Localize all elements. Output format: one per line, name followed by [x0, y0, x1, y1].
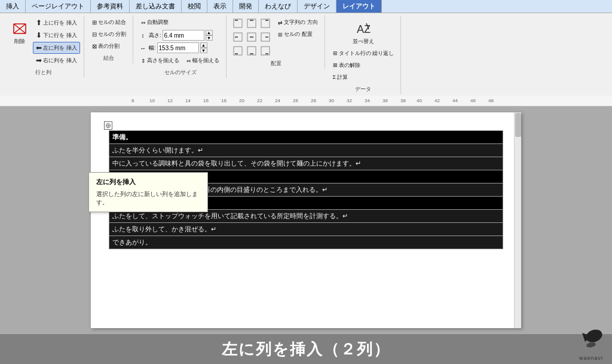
width-spinner[interactable]: ▲ ▼: [200, 42, 207, 53]
delete-button[interactable]: 削除: [7, 17, 32, 47]
scroll-thumb[interactable]: [515, 113, 521, 137]
insert-below-button[interactable]: ⬇ 下に行を 挿入: [33, 29, 80, 41]
logo-text: waenavi: [579, 355, 603, 361]
insert-left-label: 左に列を 挿入: [43, 44, 77, 52]
ruler-num-8: 8: [131, 98, 134, 103]
align-middle-center[interactable]: [245, 30, 258, 44]
split-table-icon: ⊠: [92, 43, 97, 50]
expand-rows-button[interactable]: ⇕ 高さを揃える: [138, 55, 182, 66]
group-cell-size: ⇔ 自動調整 ↕ 高さ: ▲ ▼ ↔ 幅:: [134, 16, 227, 78]
tab-design[interactable]: デザイン: [298, 0, 336, 13]
table-cell-1[interactable]: ふたを半分くらい開けます。↵: [109, 143, 503, 157]
ruler-num-30: 30: [329, 98, 334, 103]
document-page: ⊕ 準備。 ふたを半分くらい開けます。↵ 中に入っている調味料と具の袋を取り出し…: [91, 112, 521, 328]
status-bar: 左に列を挿入（２列） waenavi: [0, 334, 612, 364]
height-spin-down[interactable]: ▼: [206, 35, 213, 41]
width-spin-down[interactable]: ▼: [200, 48, 207, 53]
expand-cols-icon: ⇔: [186, 58, 191, 64]
ruler: 8 10 12 14 16 18 20 22 24 26 28 30 32 34…: [0, 96, 612, 106]
table-cell-7[interactable]: ふたを取り外して、かき混ぜる。↵: [109, 222, 503, 235]
tab-layout[interactable]: レイアウト: [336, 0, 382, 13]
text-direction-icon: ⇄: [278, 20, 283, 26]
status-text: 左に列を挿入（２列）: [222, 339, 390, 360]
tab-view[interactable]: 表示: [207, 0, 233, 13]
split-cells-button[interactable]: ⊟ セルの 分割: [89, 29, 130, 40]
table-row: できあがり。: [109, 235, 503, 249]
align-top-right[interactable]: [259, 17, 272, 30]
remove-table-button[interactable]: ⊠ 表の解除: [330, 60, 397, 71]
tab-developer[interactable]: 開発: [233, 0, 259, 13]
split-cells-label: セルの 分割: [98, 30, 127, 38]
cell-margins-button[interactable]: ⊞ セルの 配置: [275, 29, 321, 40]
tooltip-title: 左に列を挿入: [96, 178, 200, 186]
remove-table-icon: ⊠: [333, 62, 338, 68]
align-middle-right[interactable]: [259, 30, 272, 44]
width-input[interactable]: [157, 42, 199, 53]
tab-references[interactable]: 参考資料: [91, 0, 130, 13]
group-data-label: データ: [355, 83, 371, 93]
calculate-button[interactable]: Σ 計算: [330, 72, 397, 83]
align-bottom-right[interactable]: [259, 44, 272, 57]
group-merge-label: 結合: [103, 52, 114, 62]
calculate-icon: Σ: [333, 74, 336, 80]
remove-table-label: 表の解除: [339, 62, 360, 69]
ruler-num-22: 22: [257, 98, 262, 103]
ruler-num-40: 40: [417, 98, 422, 103]
cell-margins-label: セルの 配置: [284, 30, 313, 38]
height-spin-up[interactable]: ▲: [206, 30, 213, 35]
delete-label: 削除: [14, 38, 25, 45]
height-spinner[interactable]: ▲ ▼: [206, 30, 213, 41]
insert-left-icon: ⬅: [36, 44, 42, 52]
insert-left-button[interactable]: ⬅ 左に列を 挿入: [33, 42, 80, 54]
align-top-left[interactable]: [231, 17, 244, 30]
group-data: AZ 並べ替え ⊞ タイトル行の 繰り返し ⊠ 表の解除 Σ 計算: [326, 16, 402, 94]
tooltip-description: 選択した列の左に新しい列を追加します。: [96, 190, 200, 207]
table-cell-0[interactable]: 準備。: [109, 130, 503, 143]
table-row: 中に入っている調味料と具の袋を取り出して、その袋を開けて麺の上にかけます。↵: [109, 157, 503, 170]
group-rows-columns: 削除 ⬆ 上に行を 挿入 ⬇ 下に行を 挿入 ⬅ 左に列を 挿入: [4, 16, 84, 78]
text-direction-button[interactable]: ⇄ 文字列の 方向: [275, 17, 321, 28]
width-spin-up[interactable]: ▲: [200, 42, 207, 48]
tab-mailings[interactable]: 差し込み文書: [130, 0, 182, 13]
group-merge: ⊞ セルの 結合 ⊟ セルの 分割 ⊠ 表の分割 結合: [85, 16, 134, 63]
split-table-label: 表の分割: [98, 42, 120, 50]
align-bottom-center[interactable]: [245, 44, 258, 57]
align-middle-left[interactable]: [231, 30, 244, 44]
merge-cells-button[interactable]: ⊞ セルの 結合: [89, 17, 130, 28]
table-row: ふたを取り外して、かき混ぜる。↵: [109, 222, 503, 235]
align-bottom-left[interactable]: [231, 44, 244, 57]
tab-waenavi[interactable]: わえなび: [259, 0, 298, 13]
table-cell-8[interactable]: できあがり。: [109, 235, 503, 249]
insert-above-button[interactable]: ⬆ 上に行を 挿入: [33, 17, 80, 29]
app-window: 挿入 ページレイアウト 参考資料 差し込み文書 校閲 表示 開発 わえなび デザ…: [0, 0, 612, 364]
cell-margins-icon: ⊞: [278, 32, 283, 38]
logo-bird-icon: [576, 324, 606, 355]
ribbon-toolbar: 削除 ⬆ 上に行を 挿入 ⬇ 下に行を 挿入 ⬅ 左に列を 挿入: [0, 13, 612, 96]
table-cell-2[interactable]: 中に入っている調味料と具の袋を取り出して、その袋を開けて麺の上にかけます。↵: [109, 157, 503, 170]
ruler-num-20: 20: [239, 98, 244, 103]
expand-cols-button[interactable]: ⇔ 幅を揃える: [183, 55, 222, 66]
ruler-marks: 8 10 12 14 16 18 20 22 24 26 28 30 32 34…: [131, 96, 612, 106]
auto-fit-button[interactable]: ⇔ 自動調整: [138, 17, 172, 28]
insert-right-button[interactable]: ➡ 右に列を 挿入: [33, 54, 80, 66]
document-area: 左に列を挿入 選択した列の左に新しい列を追加します。 ⊕ 準備。 ふたを半分くら…: [0, 106, 612, 334]
tab-page-layout[interactable]: ページレイアウト: [26, 0, 91, 13]
height-input[interactable]: [163, 30, 204, 41]
insert-right-icon: ➡: [36, 56, 42, 65]
ruler-num-44: 44: [452, 98, 458, 103]
table-move-handle[interactable]: ⊕: [104, 121, 112, 130]
vertical-scrollbar[interactable]: [514, 112, 521, 328]
calculate-label: 計算: [337, 74, 348, 81]
header-row-button[interactable]: ⊞ タイトル行の 繰り返し: [330, 48, 397, 59]
tab-review[interactable]: 校閲: [182, 0, 207, 13]
align-top-center[interactable]: [245, 17, 258, 30]
tab-insert[interactable]: 挿入: [0, 0, 26, 13]
expand-rows-label: 高さを揃える: [147, 57, 179, 65]
sort-button[interactable]: AZ 並べ替え: [330, 17, 397, 47]
ruler-num-14: 14: [185, 98, 191, 103]
width-icon: ↔: [138, 45, 148, 51]
header-row-label: タイトル行の 繰り返し: [339, 50, 394, 57]
split-table-button[interactable]: ⊠ 表の分割: [89, 41, 130, 52]
svg-point-26: [586, 342, 596, 348]
auto-fit-icon: ⇔: [141, 20, 146, 26]
